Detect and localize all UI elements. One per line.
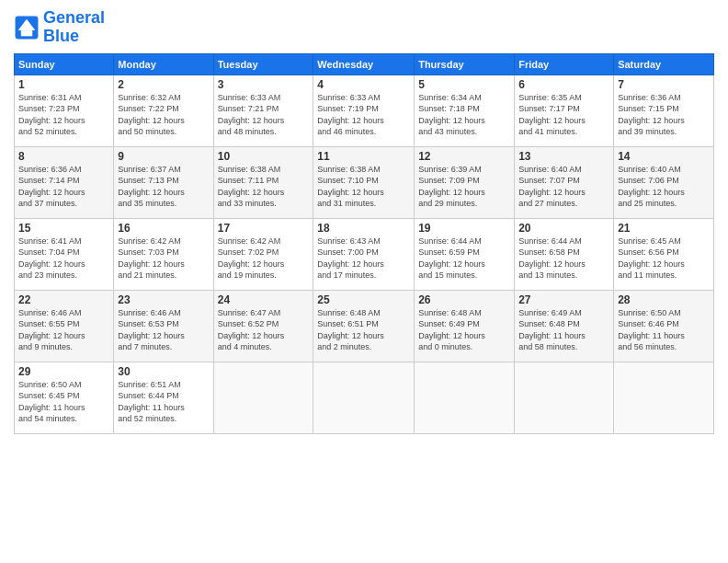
calendar-day-cell: 2Sunrise: 6:32 AM Sunset: 7:22 PM Daylig… bbox=[114, 75, 213, 146]
logo-text: GeneralBlue bbox=[43, 9, 105, 46]
calendar-day-cell: 19Sunrise: 6:44 AM Sunset: 6:59 PM Dayli… bbox=[415, 218, 515, 290]
day-header: Monday bbox=[114, 53, 213, 75]
day-info: Sunrise: 6:36 AM Sunset: 7:14 PM Dayligh… bbox=[18, 164, 109, 210]
day-header: Wednesday bbox=[313, 53, 415, 75]
calendar-day-cell: 5Sunrise: 6:34 AM Sunset: 7:18 PM Daylig… bbox=[415, 75, 515, 146]
calendar-day-cell: 14Sunrise: 6:40 AM Sunset: 7:06 PM Dayli… bbox=[614, 146, 714, 218]
calendar-day-cell bbox=[614, 362, 714, 433]
day-info: Sunrise: 6:46 AM Sunset: 6:53 PM Dayligh… bbox=[118, 307, 209, 353]
calendar-day-cell: 25Sunrise: 6:48 AM Sunset: 6:51 PM Dayli… bbox=[313, 290, 415, 362]
calendar-week-row: 15Sunrise: 6:41 AM Sunset: 7:04 PM Dayli… bbox=[15, 218, 714, 290]
calendar-day-cell: 27Sunrise: 6:49 AM Sunset: 6:48 PM Dayli… bbox=[515, 290, 614, 362]
calendar-day-cell: 21Sunrise: 6:45 AM Sunset: 6:56 PM Dayli… bbox=[614, 218, 714, 290]
day-info: Sunrise: 6:43 AM Sunset: 7:00 PM Dayligh… bbox=[317, 236, 410, 282]
calendar-day-cell: 24Sunrise: 6:47 AM Sunset: 6:52 PM Dayli… bbox=[213, 290, 313, 362]
day-info: Sunrise: 6:49 AM Sunset: 6:48 PM Dayligh… bbox=[518, 307, 609, 353]
day-number: 30 bbox=[118, 365, 209, 378]
svg-rect-2 bbox=[21, 30, 32, 36]
day-number: 10 bbox=[218, 150, 310, 163]
calendar-day-cell: 1Sunrise: 6:31 AM Sunset: 7:23 PM Daylig… bbox=[15, 75, 114, 146]
day-info: Sunrise: 6:32 AM Sunset: 7:22 PM Dayligh… bbox=[118, 92, 209, 138]
day-number: 26 bbox=[418, 293, 510, 306]
day-info: Sunrise: 6:44 AM Sunset: 6:59 PM Dayligh… bbox=[418, 236, 510, 282]
day-info: Sunrise: 6:38 AM Sunset: 7:11 PM Dayligh… bbox=[218, 164, 310, 210]
day-info: Sunrise: 6:33 AM Sunset: 7:21 PM Dayligh… bbox=[218, 92, 310, 138]
calendar-day-cell: 7Sunrise: 6:36 AM Sunset: 7:15 PM Daylig… bbox=[614, 75, 714, 146]
day-number: 12 bbox=[418, 150, 510, 163]
day-number: 11 bbox=[317, 150, 410, 163]
day-header: Tuesday bbox=[213, 53, 313, 75]
calendar-header-row: SundayMondayTuesdayWednesdayThursdayFrid… bbox=[15, 53, 714, 75]
day-number: 5 bbox=[418, 78, 510, 91]
day-number: 3 bbox=[218, 78, 310, 91]
calendar-day-cell: 9Sunrise: 6:37 AM Sunset: 7:13 PM Daylig… bbox=[114, 146, 213, 218]
day-number: 8 bbox=[18, 150, 109, 163]
day-number: 20 bbox=[518, 222, 609, 235]
day-number: 4 bbox=[317, 78, 410, 91]
day-info: Sunrise: 6:40 AM Sunset: 7:06 PM Dayligh… bbox=[618, 164, 710, 210]
calendar-day-cell: 11Sunrise: 6:38 AM Sunset: 7:10 PM Dayli… bbox=[313, 146, 415, 218]
day-number: 24 bbox=[218, 293, 310, 306]
day-number: 19 bbox=[418, 222, 510, 235]
day-number: 2 bbox=[118, 78, 209, 91]
logo: GeneralBlue bbox=[14, 9, 105, 46]
day-number: 15 bbox=[18, 222, 109, 235]
calendar-day-cell: 10Sunrise: 6:38 AM Sunset: 7:11 PM Dayli… bbox=[213, 146, 313, 218]
calendar-day-cell: 26Sunrise: 6:48 AM Sunset: 6:49 PM Dayli… bbox=[415, 290, 515, 362]
day-info: Sunrise: 6:37 AM Sunset: 7:13 PM Dayligh… bbox=[118, 164, 209, 210]
day-number: 17 bbox=[218, 222, 310, 235]
calendar-table: SundayMondayTuesdayWednesdayThursdayFrid… bbox=[14, 53, 714, 434]
day-number: 27 bbox=[518, 293, 609, 306]
calendar-day-cell: 30Sunrise: 6:51 AM Sunset: 6:44 PM Dayli… bbox=[114, 362, 213, 433]
calendar-week-row: 8Sunrise: 6:36 AM Sunset: 7:14 PM Daylig… bbox=[15, 146, 714, 218]
logo-icon bbox=[14, 15, 40, 40]
calendar-day-cell: 18Sunrise: 6:43 AM Sunset: 7:00 PM Dayli… bbox=[313, 218, 415, 290]
day-number: 7 bbox=[618, 78, 710, 91]
day-number: 9 bbox=[118, 150, 209, 163]
day-number: 29 bbox=[18, 365, 109, 378]
calendar-day-cell: 29Sunrise: 6:50 AM Sunset: 6:45 PM Dayli… bbox=[15, 362, 114, 433]
day-info: Sunrise: 6:46 AM Sunset: 6:55 PM Dayligh… bbox=[18, 307, 109, 353]
calendar-day-cell: 13Sunrise: 6:40 AM Sunset: 7:07 PM Dayli… bbox=[515, 146, 614, 218]
day-info: Sunrise: 6:45 AM Sunset: 6:56 PM Dayligh… bbox=[618, 236, 710, 282]
day-number: 25 bbox=[317, 293, 410, 306]
calendar-day-cell: 17Sunrise: 6:42 AM Sunset: 7:02 PM Dayli… bbox=[213, 218, 313, 290]
day-info: Sunrise: 6:48 AM Sunset: 6:49 PM Dayligh… bbox=[418, 307, 510, 353]
calendar-day-cell bbox=[515, 362, 614, 433]
day-number: 1 bbox=[18, 78, 109, 91]
day-info: Sunrise: 6:31 AM Sunset: 7:23 PM Dayligh… bbox=[18, 92, 109, 138]
day-info: Sunrise: 6:42 AM Sunset: 7:02 PM Dayligh… bbox=[218, 236, 310, 282]
day-info: Sunrise: 6:40 AM Sunset: 7:07 PM Dayligh… bbox=[518, 164, 609, 210]
calendar-day-cell: 6Sunrise: 6:35 AM Sunset: 7:17 PM Daylig… bbox=[515, 75, 614, 146]
day-info: Sunrise: 6:51 AM Sunset: 6:44 PM Dayligh… bbox=[118, 379, 209, 425]
calendar-day-cell: 3Sunrise: 6:33 AM Sunset: 7:21 PM Daylig… bbox=[213, 75, 313, 146]
day-number: 23 bbox=[118, 293, 209, 306]
day-number: 13 bbox=[518, 150, 609, 163]
day-header: Friday bbox=[515, 53, 614, 75]
day-info: Sunrise: 6:44 AM Sunset: 6:58 PM Dayligh… bbox=[518, 236, 609, 282]
calendar-day-cell: 16Sunrise: 6:42 AM Sunset: 7:03 PM Dayli… bbox=[114, 218, 213, 290]
calendar-day-cell: 20Sunrise: 6:44 AM Sunset: 6:58 PM Dayli… bbox=[515, 218, 614, 290]
calendar-day-cell: 8Sunrise: 6:36 AM Sunset: 7:14 PM Daylig… bbox=[15, 146, 114, 218]
day-number: 22 bbox=[18, 293, 109, 306]
day-header: Thursday bbox=[415, 53, 515, 75]
calendar-day-cell: 23Sunrise: 6:46 AM Sunset: 6:53 PM Dayli… bbox=[114, 290, 213, 362]
calendar-day-cell bbox=[415, 362, 515, 433]
day-info: Sunrise: 6:36 AM Sunset: 7:15 PM Dayligh… bbox=[618, 92, 710, 138]
calendar-week-row: 1Sunrise: 6:31 AM Sunset: 7:23 PM Daylig… bbox=[15, 75, 714, 146]
day-info: Sunrise: 6:35 AM Sunset: 7:17 PM Dayligh… bbox=[518, 92, 609, 138]
day-info: Sunrise: 6:42 AM Sunset: 7:03 PM Dayligh… bbox=[118, 236, 209, 282]
day-info: Sunrise: 6:38 AM Sunset: 7:10 PM Dayligh… bbox=[317, 164, 410, 210]
calendar-day-cell: 4Sunrise: 6:33 AM Sunset: 7:19 PM Daylig… bbox=[313, 75, 415, 146]
day-info: Sunrise: 6:50 AM Sunset: 6:45 PM Dayligh… bbox=[18, 379, 109, 425]
day-info: Sunrise: 6:39 AM Sunset: 7:09 PM Dayligh… bbox=[418, 164, 510, 210]
day-number: 28 bbox=[618, 293, 710, 306]
calendar-week-row: 22Sunrise: 6:46 AM Sunset: 6:55 PM Dayli… bbox=[15, 290, 714, 362]
calendar-day-cell: 15Sunrise: 6:41 AM Sunset: 7:04 PM Dayli… bbox=[15, 218, 114, 290]
day-info: Sunrise: 6:33 AM Sunset: 7:19 PM Dayligh… bbox=[317, 92, 410, 138]
day-number: 21 bbox=[618, 222, 710, 235]
day-info: Sunrise: 6:34 AM Sunset: 7:18 PM Dayligh… bbox=[418, 92, 510, 138]
calendar-day-cell: 22Sunrise: 6:46 AM Sunset: 6:55 PM Dayli… bbox=[15, 290, 114, 362]
calendar-day-cell bbox=[213, 362, 313, 433]
day-info: Sunrise: 6:48 AM Sunset: 6:51 PM Dayligh… bbox=[317, 307, 410, 353]
